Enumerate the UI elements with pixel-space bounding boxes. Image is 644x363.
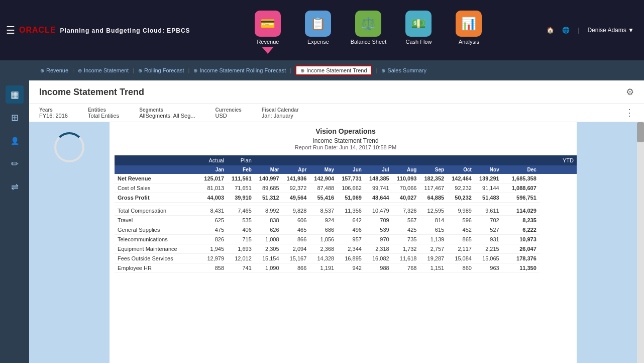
table-cell-value: 988 <box>365 263 392 273</box>
left-panel <box>29 122 110 363</box>
sidebar-chart-bar[interactable]: ▦ <box>6 85 24 104</box>
filter-years-value[interactable]: FY16: 2016 <box>39 113 68 119</box>
home-icon[interactable]: 🏠 <box>547 27 554 34</box>
nav-analysis[interactable]: 📊 Analysis <box>449 11 489 45</box>
table-row <box>115 203 577 206</box>
table-row: Fees Outside Services12,97912,01215,1541… <box>115 254 577 263</box>
table-cell-value: 6,222 <box>502 225 540 235</box>
breadcrumb-rolling-forecast[interactable]: ⊕ Income Statement Rolling Forecast <box>193 67 286 73</box>
loading-spinner <box>54 132 84 162</box>
main-layout: ▦ ⊞ 👤 ✏ ⇌ Income Statement Trend ⚙ Years… <box>0 80 644 363</box>
table-cell-value: 452 <box>447 225 475 235</box>
expense-label: Expense <box>307 39 329 45</box>
table-cell-value: 114,029 <box>502 206 540 216</box>
table-cell-value: 2,305 <box>255 244 282 254</box>
th2-apr: Apr <box>282 165 310 174</box>
sidebar-grid[interactable]: ⊞ <box>6 109 24 127</box>
user-menu[interactable]: Denise Adams ▼ <box>587 27 634 34</box>
table-cell-value: 19,287 <box>419 254 447 263</box>
gear-icon[interactable]: ⚙ <box>626 86 634 98</box>
table-cell-value: 8,992 <box>255 206 282 216</box>
filter-segments-value[interactable]: AllSegments: All Seg... <box>139 113 195 119</box>
revenue-icon: 💳 <box>255 11 281 37</box>
th2-jan: Jan <box>199 165 227 174</box>
breadcrumb-nav: ⊕ Revenue | ⊕ Income Statement | ⊕ Rolli… <box>0 60 644 80</box>
nav-expense[interactable]: 📋 Expense <box>298 11 338 45</box>
breadcrumb-sales-label: Sales Summary <box>387 67 426 73</box>
table-cell-value: 606 <box>282 216 310 225</box>
table-cell-value: 48,644 <box>365 193 392 203</box>
breadcrumb-revenue[interactable]: ⊕ Revenue <box>40 67 68 73</box>
table-cell-value: 51,312 <box>255 193 282 203</box>
table-cell-value: 768 <box>392 263 420 273</box>
table-cell-value: 702 <box>475 216 502 225</box>
filter-entities-value[interactable]: Total Entities <box>88 113 119 119</box>
table-cell-value: 8,235 <box>502 216 540 225</box>
th-apr-h <box>282 155 310 165</box>
table-cell-value: 71,651 <box>227 184 255 193</box>
table-cell-label: Total Compensation <box>115 206 199 216</box>
hamburger-menu[interactable]: ☰ <box>6 24 15 36</box>
table-cell-value: 860 <box>447 263 475 273</box>
sidebar-move[interactable]: ⇌ <box>6 178 24 196</box>
table-cell-value: 686 <box>309 225 337 235</box>
scroll-thumb[interactable] <box>637 122 644 142</box>
sidebar-person[interactable]: 👤 <box>6 132 24 150</box>
revenue-label: Revenue <box>257 39 279 45</box>
table-cell-value: 1,008 <box>255 235 282 244</box>
th-actual: Actual <box>199 155 227 165</box>
th2-sep: Sep <box>419 165 447 174</box>
data-table: Actual Plan <box>115 155 577 273</box>
nav-cashflow[interactable]: 💵 Cash Flow <box>398 11 439 45</box>
table-cell-value: 182,352 <box>419 174 447 184</box>
table-cell-value: 142,464 <box>447 174 475 184</box>
breadcrumb-income-stmt[interactable]: ⊕ Income Statement <box>78 67 129 73</box>
breadcrumb-trend[interactable]: ⊕ Income Statement Trend <box>295 65 372 75</box>
three-dot-menu[interactable]: ⋮ <box>625 107 634 118</box>
table-cell-value <box>365 203 392 206</box>
cashflow-icon: 💵 <box>405 11 432 37</box>
table-cell-value: 735 <box>392 235 420 244</box>
table-cell-value: 1,191 <box>309 263 337 273</box>
table-cell-value: 1,088,607 <box>502 184 540 193</box>
th-ytd: YTD <box>540 155 577 165</box>
table-cell-label: Gross Profit <box>115 193 199 203</box>
globe-icon[interactable]: 🌐 <box>562 27 570 34</box>
sidebar-pencil[interactable]: ✏ <box>6 155 24 173</box>
main-table-area[interactable]: Vision Operations Income Statement Trend… <box>110 122 577 363</box>
filter-fiscal-value[interactable]: Jan: January <box>262 113 299 119</box>
table-cell-value: 838 <box>255 216 282 225</box>
table-cell-value: 865 <box>447 235 475 244</box>
spinner-area <box>29 122 110 162</box>
nav-revenue[interactable]: 💳 Revenue <box>248 11 288 45</box>
th-dec-h <box>502 155 540 165</box>
table-cell-value: 625 <box>199 216 227 225</box>
page-title: Income Statement Trend <box>39 87 144 98</box>
table-cell-value: 39,910 <box>227 193 255 203</box>
th-oct-h <box>447 155 475 165</box>
th2-nov: Nov <box>475 165 502 174</box>
table-cell-value: 1,732 <box>392 244 420 254</box>
breadcrumb-rolling[interactable]: ⊕ Rolling Forecast <box>138 67 184 73</box>
table-cell-value: 16,895 <box>337 254 365 263</box>
table-cell-value: 51,069 <box>337 193 365 203</box>
table-cell-value: 14,328 <box>309 254 337 263</box>
table-cell-label: Net Revenue <box>115 174 199 184</box>
table-cell-value: 1,685,358 <box>502 174 540 184</box>
filter-fiscal: Fiscal Calendar Jan: January <box>262 107 299 119</box>
table-cell-value: 596 <box>447 216 475 225</box>
scrollbar[interactable] <box>637 122 644 363</box>
report-content: Vision Operations Income Statement Trend… <box>110 122 577 273</box>
report-date: Report Run Date: Jun 14, 2017 10:58 PM <box>115 144 577 155</box>
filter-entities-label: Entities <box>88 107 119 113</box>
nav-balance[interactable]: ⚖️ Balance Sheet <box>348 11 388 45</box>
th-mar-h <box>255 155 282 165</box>
filter-currencies-value[interactable]: USD <box>216 113 242 119</box>
table-cell-value: 715 <box>227 235 255 244</box>
table-cell-value: 49,564 <box>282 193 310 203</box>
table-cell-value: 527 <box>475 225 502 235</box>
table-cell-value: 1,151 <box>419 263 447 273</box>
breadcrumb-sales[interactable]: ⊕ Sales Summary <box>381 67 426 73</box>
table-cell-value: 89,685 <box>255 184 282 193</box>
table-cell-value: 615 <box>419 225 447 235</box>
